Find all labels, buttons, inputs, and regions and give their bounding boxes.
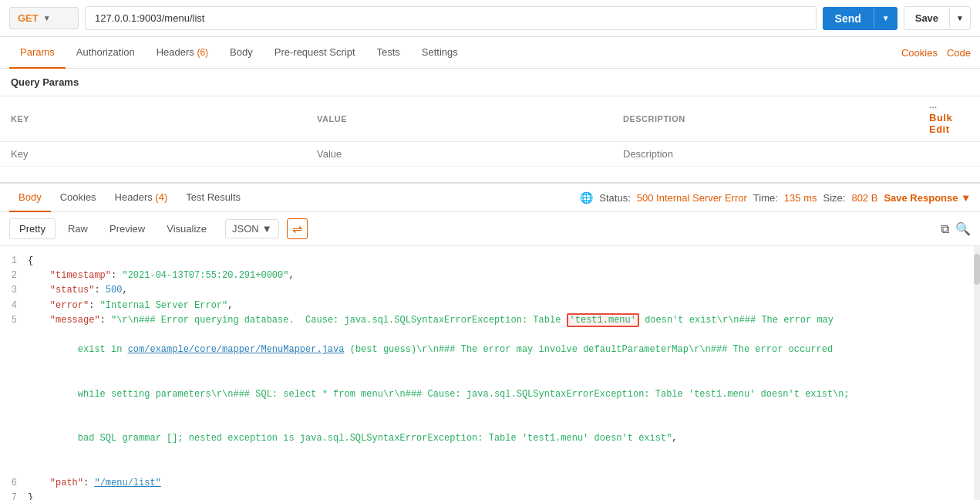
line-num-1: 1	[0, 254, 28, 269]
tab-tests[interactable]: Tests	[366, 37, 411, 69]
line-content-6: "path": "/menu/list"	[28, 476, 980, 491]
code-line-3: 3 "status": 500,	[0, 283, 980, 298]
time-value: 135 ms	[784, 192, 817, 204]
url-input[interactable]	[85, 6, 817, 30]
query-params-label: Query Params	[0, 69, 980, 96]
view-raw[interactable]: Raw	[59, 219, 97, 238]
line-content-2: "timestamp": "2021-04-13T07:55:20.291+00…	[28, 269, 980, 283]
size-label: Size:	[823, 192, 846, 204]
format-actions: ⧉ 🔍	[941, 221, 971, 236]
resp-tab-headers[interactable]: Headers (4)	[106, 184, 177, 212]
col-actions: ··· Bulk Edit	[918, 96, 980, 142]
desc-input[interactable]	[623, 148, 908, 160]
highlight-test1-menu: 'test1.menu'	[567, 313, 639, 327]
globe-icon: 🌐	[580, 191, 593, 204]
search-button[interactable]: 🔍	[955, 221, 971, 236]
view-preview[interactable]: Preview	[100, 219, 154, 238]
resp-tab-test-results[interactable]: Test Results	[177, 184, 250, 212]
save-arrow: ▼	[949, 8, 970, 28]
resp-tab-body[interactable]: Body	[9, 184, 51, 212]
request-tabs: Params Authorization Headers (6) Body Pr…	[0, 37, 980, 69]
response-section: Body Cookies Headers (4) Test Results 🌐 …	[0, 182, 980, 500]
view-pretty[interactable]: Pretty	[9, 218, 56, 239]
line-content-3: "status": 500,	[28, 283, 980, 298]
resp-headers-badge: (4)	[155, 191, 167, 203]
col-desc: DESCRIPTION	[612, 96, 918, 142]
placeholder-row	[0, 142, 980, 167]
scroll-thumb[interactable]	[974, 254, 980, 285]
line-content-4: "error": "Internal Server Error",	[28, 299, 980, 313]
line-num-5: 5	[0, 313, 28, 328]
tab-settings[interactable]: Settings	[411, 37, 469, 69]
tab-prerequest[interactable]: Pre-request Script	[264, 37, 366, 69]
tab-params[interactable]: Params	[9, 37, 66, 69]
status-label: Status:	[599, 192, 630, 204]
headers-badge: (6)	[197, 47, 208, 58]
line-content-5: "message": "\r\n### Error querying datab…	[28, 313, 980, 476]
resp-tab-cookies[interactable]: Cookies	[51, 184, 106, 212]
line-content-7: }	[28, 491, 980, 500]
top-bar: GET ▼ Send ▼ Save ▼	[0, 0, 980, 37]
line-content-1: {	[28, 254, 980, 269]
query-params-section: Query Params KEY VALUE DESCRIPTION ··· B…	[0, 69, 980, 167]
value-input[interactable]	[317, 148, 601, 160]
code-line-7: 7 }	[0, 491, 980, 500]
view-visualize[interactable]: Visualize	[157, 219, 216, 238]
key-input[interactable]	[11, 148, 295, 160]
line-num-3: 3	[0, 283, 28, 298]
code-line-1: 1 {	[0, 254, 980, 269]
size-value: 802 B	[851, 192, 877, 204]
bulk-edit-btn[interactable]: Bulk Edit	[929, 112, 952, 135]
format-arrow: ▼	[262, 223, 272, 235]
method-select[interactable]: GET ▼	[9, 7, 79, 29]
method-label: GET	[18, 12, 39, 24]
method-arrow: ▼	[43, 14, 51, 22]
more-icon[interactable]: ···	[929, 103, 938, 112]
response-tabs-bar: Body Cookies Headers (4) Test Results 🌐 …	[0, 184, 980, 212]
tab-headers[interactable]: Headers (6)	[146, 37, 219, 69]
line-num-7: 7	[0, 491, 28, 500]
line-num-4: 4	[0, 299, 28, 313]
code-area: 1 { 2 "timestamp": "2021-04-13T07:55:20.…	[0, 246, 980, 500]
col-value: VALUE	[306, 96, 612, 142]
format-bar: Pretty Raw Preview Visualize JSON ▼ ⇌ ⧉ …	[0, 212, 980, 246]
cookies-link[interactable]: Cookies	[901, 47, 938, 59]
format-label: JSON	[232, 223, 259, 235]
send-arrow: ▼	[874, 8, 897, 28]
right-links: Cookies Code	[901, 47, 971, 59]
col-key: KEY	[0, 96, 306, 142]
line-num-2: 2	[0, 269, 28, 283]
save-response-button[interactable]: Save Response ▼	[884, 192, 971, 204]
send-label: Send	[823, 7, 874, 30]
save-button[interactable]: Save ▼	[904, 6, 971, 30]
tab-body[interactable]: Body	[219, 37, 264, 69]
code-line-2: 2 "timestamp": "2021-04-13T07:55:20.291+…	[0, 269, 980, 283]
code-line-5: 5 "message": "\r\n### Error querying dat…	[0, 313, 980, 476]
scrollbar[interactable]	[974, 246, 980, 500]
code-line-6: 6 "path": "/menu/list"	[0, 476, 980, 491]
time-label: Time:	[753, 192, 778, 204]
save-label: Save	[904, 7, 949, 29]
code-link[interactable]: Code	[947, 47, 971, 59]
status-value: 500 Internal Server Error	[637, 192, 747, 204]
copy-button[interactable]: ⧉	[941, 221, 949, 236]
code-line-4: 4 "error": "Internal Server Error",	[0, 299, 980, 313]
response-meta: 🌐 Status: 500 Internal Server Error Time…	[580, 191, 971, 204]
wrap-icon[interactable]: ⇌	[287, 218, 308, 239]
line-num-6: 6	[0, 476, 28, 491]
send-button[interactable]: Send ▼	[823, 7, 897, 30]
format-select[interactable]: JSON ▼	[225, 219, 279, 238]
tab-authorization[interactable]: Authorization	[66, 37, 146, 69]
params-table: KEY VALUE DESCRIPTION ··· Bulk Edit	[0, 96, 980, 167]
